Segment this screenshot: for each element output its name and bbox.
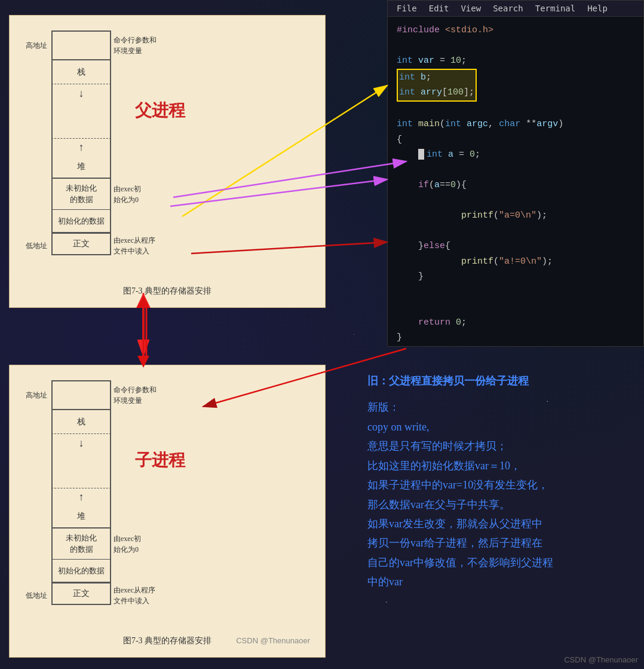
label-high-addr: 高地址 [22,30,51,60]
cell-stack: 栈 [51,60,111,84]
code-line-17 [397,285,634,300]
b-cell-uninit: 未初始化的数据 [51,529,111,560]
cell-text: 正文 [51,233,111,255]
text-new-body: copy on write, 意思是只有写的时候才拷贝； 比如这里的初始化数据v… [367,417,627,592]
code-line-12: printf("a=0\n"); [397,208,634,224]
code-line-14: }else{ [397,239,634,254]
code-line-16: } [397,269,634,285]
code-line-1: #include <stdio.h> [397,23,634,38]
cell-top [51,30,111,60]
top-diagram-caption: 图7-3 典型的存储器安排 [123,286,211,297]
bottom-mem-table: 高地址 命令行参数和环境变量 栈 ↓ [22,380,177,609]
body-line-5: 如果var发生改变，那就会从父进程中 [367,518,542,530]
b-note-text: 由exec从程序文件中读入 [111,582,177,609]
body-line-6: 拷贝一份var给子进程，然后子进程在 [367,537,542,549]
code-line-18 [397,300,634,315]
text-new-title: 新版： [367,400,627,414]
b-label-high: 高地址 [22,380,51,410]
body-line-2: 比如这里的初始化数据var＝10， [367,460,521,472]
code-line-13 [397,224,634,239]
note-text: 由exec从程序文件中读入 [111,233,177,259]
body-line-3: 如果子进程中的var=10没有发生变化， [367,479,548,491]
body-line-4: 那么数据var在父与子中共享。 [367,499,510,511]
menu-help[interactable]: Help [587,4,608,13]
cell-empty-top [51,102,111,138]
menu-edit[interactable]: Edit [429,4,449,13]
code-line-10: if(a==0){ [397,178,634,193]
code-line-6: int main(int argc, char **argv) [397,117,634,132]
top-diagram: 高地址 命令行参数和环境变量 栈 ↓ [9,15,326,308]
b-arrow-down: ↓ [51,434,111,452]
b-arrow-up: ↑ [51,488,111,506]
b-cell-top [51,380,111,410]
menu-search[interactable]: Search [493,4,523,13]
code-line-8: int a = 0; [397,147,634,163]
b-cell-empty [51,452,111,488]
note-uninit: 由exec初始化为0 [111,179,177,210]
b-cell-stack: 栈 [51,410,111,434]
text-panel: 旧：父进程直接拷贝一份给子进程 新版： copy on write, 意思是只有… [358,365,636,601]
top-mem-table: 高地址 命令行参数和环境变量 栈 ↓ [22,30,177,259]
menu-view[interactable]: View [461,4,481,13]
code-line-5 [397,102,634,117]
code-line-2 [397,38,634,54]
menu-file[interactable]: File [397,4,417,13]
code-line-7: { [397,132,634,148]
process-label-fu: 父进程 [135,99,185,122]
b-cell-text: 正文 [51,582,111,605]
body-line-7: 自己的var中修改值，不会影响到父进程 [367,557,553,569]
cell-heap: 堆 [51,156,111,179]
b-cell-heap: 堆 [51,506,111,529]
b-cell-init: 初始化的数据 [51,560,111,582]
b-note-top: 命令行参数和环境变量 [111,380,177,410]
bottom-watermark: CSDN @Thenunaoer [236,636,310,645]
code-line-3: int var = 10; [397,53,634,69]
note-top: 命令行参数和环境变量 [111,30,177,60]
watermark-br: CSDN @Thenunaoer [564,655,638,664]
label-low-addr: 低地址 [22,233,51,259]
code-line-9 [397,163,634,178]
code-editor: File Edit View Search Terminal Help #inc… [387,0,644,347]
process-label-zi: 子进程 [135,449,185,472]
arrow-up-top: ↑ [51,138,111,156]
b-label-low: 低地址 [22,582,51,609]
arrow-down-top: ↓ [51,84,111,102]
code-line-4: int b;int arry[100]; [397,69,634,102]
code-line-19: return 0; [397,315,634,331]
copy-on-write-label: copy on write, [367,421,429,433]
code-menubar: File Edit View Search Terminal Help [388,1,643,17]
code-line-15: printf("a!=0\n"); [397,254,634,270]
cell-init: 初始化的数据 [51,210,111,233]
body-line-1: 意思是只有写的时候才拷贝； [367,440,507,452]
body-line-8: 中的var [367,576,403,588]
bottom-diagram: 高地址 命令行参数和环境变量 栈 ↓ [9,365,326,658]
code-line-11 [397,193,634,209]
b-note-uninit: 由exec初始化为0 [111,529,177,560]
code-line-20: } [397,330,634,346]
menu-terminal[interactable]: Terminal [535,4,575,13]
bottom-diagram-caption: 图7-3 典型的存储器安排 [123,636,211,646]
page-container: 高地址 命令行参数和环境变量 栈 ↓ [0,0,644,669]
code-content: #include <stdio.h> int var = 10; int b;i… [388,17,643,352]
text-old: 旧：父进程直接拷贝一份给子进程 [367,374,627,388]
cell-uninit: 未初始化的数据 [51,179,111,210]
